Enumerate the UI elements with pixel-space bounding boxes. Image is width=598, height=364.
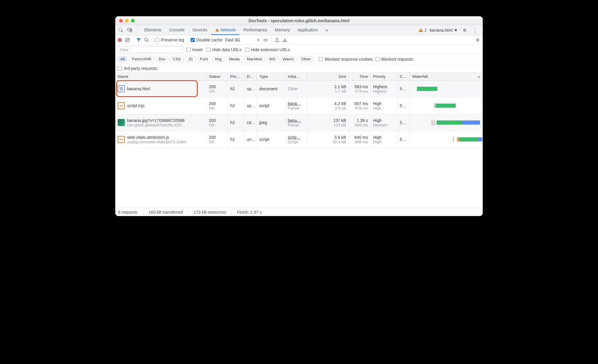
svg-rect-6 bbox=[420, 31, 421, 32]
cell-waterfall bbox=[410, 114, 483, 131]
kebab-menu-icon[interactable]: ⋮ bbox=[471, 26, 479, 34]
inspect-icon[interactable] bbox=[117, 26, 125, 34]
request-row[interactable]: banana.jpg?v=1705668720588cdn.glitch.glo… bbox=[115, 114, 483, 131]
cell-type: document bbox=[257, 80, 285, 97]
context-label: banana.html bbox=[430, 28, 453, 33]
type-pill-doc[interactable]: Doc bbox=[156, 56, 168, 62]
cell-initiator: bana…Parser bbox=[285, 97, 307, 114]
minimize-icon[interactable] bbox=[125, 19, 129, 22]
cell-connection: 5… bbox=[397, 97, 410, 114]
cell-connection: 5… bbox=[397, 80, 410, 97]
network-settings-icon[interactable] bbox=[475, 37, 480, 43]
search-icon[interactable] bbox=[144, 38, 149, 42]
cell-name: banana.html bbox=[115, 80, 207, 97]
cell-type: script bbox=[257, 97, 285, 114]
cell-protocol: h2 bbox=[228, 114, 244, 131]
cell-time: 640 ms606 ms bbox=[349, 131, 371, 148]
target-context[interactable]: banana.html ▼ bbox=[430, 28, 458, 33]
type-filter-row: AllFetch/XHRDocCSSJSFontImgMediaManifest… bbox=[115, 54, 483, 64]
close-icon[interactable] bbox=[119, 19, 123, 22]
type-pill-css[interactable]: CSS bbox=[170, 56, 184, 62]
preserve-log-label: Preserve log bbox=[161, 38, 184, 42]
throttling-select[interactable]: Fast 3G ▼ bbox=[226, 38, 260, 42]
record-button[interactable] bbox=[118, 38, 122, 42]
type-pill-fetchxhr[interactable]: Fetch/XHR bbox=[129, 56, 154, 62]
settings-icon[interactable] bbox=[461, 26, 469, 34]
type-pill-manifest[interactable]: Manifest bbox=[244, 56, 265, 62]
import-har-icon[interactable] bbox=[282, 38, 287, 42]
col-status[interactable]: Status bbox=[207, 73, 228, 80]
type-pill-other[interactable]: Other bbox=[298, 56, 314, 62]
cell-status: 200OK bbox=[207, 97, 228, 114]
col-size[interactable]: Size bbox=[307, 73, 349, 80]
col-name[interactable]: Name bbox=[115, 73, 207, 80]
col-waterfall[interactable]: Waterfall▲ bbox=[410, 73, 483, 80]
request-row[interactable]: <>web-vitals.attribution.jsunpkg.com/web… bbox=[115, 131, 483, 148]
script-icon: <> bbox=[118, 136, 125, 143]
tab-network[interactable]: Network bbox=[211, 25, 239, 35]
tab-sources[interactable]: Sources bbox=[188, 25, 211, 35]
svg-rect-1 bbox=[128, 28, 131, 31]
warning-icon bbox=[418, 28, 423, 33]
cell-size: 2.1 kB1.7 kB bbox=[307, 80, 349, 97]
document-icon bbox=[118, 85, 125, 92]
type-pill-media[interactable]: Media bbox=[226, 56, 242, 62]
blocked-cookies-checkbox[interactable]: Blocked response cookies bbox=[319, 57, 373, 62]
preserve-log-checkbox[interactable]: Preserve log bbox=[155, 38, 184, 42]
svg-line-9 bbox=[126, 38, 129, 41]
request-row[interactable]: <>script.mjs200OKh2sp…scriptbana…Parser4… bbox=[115, 97, 483, 114]
cell-connection: 5… bbox=[397, 114, 410, 131]
col-protocol[interactable]: Pro… bbox=[228, 73, 244, 80]
tab-memory[interactable]: Memory bbox=[271, 25, 294, 35]
filter-toggle-icon[interactable] bbox=[136, 38, 141, 42]
type-pill-wasm[interactable]: Wasm bbox=[280, 56, 297, 62]
type-pill-js[interactable]: JS bbox=[186, 56, 196, 62]
warnings-badge[interactable]: 2 bbox=[418, 28, 427, 33]
type-pill-ws[interactable]: WS bbox=[266, 56, 278, 62]
throttling-label: Fast 3G bbox=[226, 38, 240, 42]
tab-console[interactable]: Console bbox=[165, 25, 188, 35]
filter-input[interactable] bbox=[118, 46, 183, 53]
cell-status: 200OK bbox=[207, 131, 228, 148]
cell-size: 137 kB137 kB bbox=[307, 114, 349, 131]
col-initiator[interactable]: Initia… bbox=[285, 73, 307, 80]
third-party-checkbox[interactable]: 3rd-party requests bbox=[118, 66, 157, 71]
chevron-down-icon: ▼ bbox=[257, 38, 260, 42]
type-pill-img[interactable]: Img bbox=[212, 56, 225, 62]
zoom-icon[interactable] bbox=[131, 19, 135, 22]
invert-checkbox[interactable]: Invert bbox=[186, 47, 203, 52]
col-connection[interactable]: C… bbox=[397, 73, 410, 80]
clear-button[interactable] bbox=[125, 37, 130, 43]
export-har-icon[interactable] bbox=[275, 38, 279, 42]
window-title: DevTools - speculative-rules.glitch.me/b… bbox=[249, 18, 350, 23]
cell-name: <>script.mjs bbox=[115, 97, 207, 114]
blocked-req-label: Blocked requests bbox=[381, 57, 413, 62]
cell-priority: HighHigh bbox=[371, 97, 397, 114]
devtools-window: DevTools - speculative-rules.glitch.me/b… bbox=[115, 16, 483, 216]
cell-initiator: Other bbox=[285, 80, 307, 97]
cell-initiator: bana…Parser bbox=[285, 114, 307, 131]
tab-elements[interactable]: Elements bbox=[140, 25, 165, 35]
image-icon bbox=[118, 119, 125, 126]
type-pill-all[interactable]: All bbox=[118, 56, 127, 62]
network-conditions-icon[interactable] bbox=[263, 38, 268, 42]
cell-initiator: scrip…Script bbox=[285, 131, 307, 148]
cell-time: 583 ms574 ms bbox=[349, 80, 371, 97]
col-type[interactable]: Type bbox=[257, 73, 285, 80]
col-priority[interactable]: Priority bbox=[371, 73, 397, 80]
more-tabs-icon[interactable]: » bbox=[323, 26, 331, 34]
cell-priority: HighestHighest bbox=[371, 80, 397, 97]
blocked-requests-checkbox[interactable]: Blocked requests bbox=[375, 57, 413, 62]
hide-data-urls-checkbox[interactable]: Hide data URLs bbox=[206, 47, 242, 52]
blocked-cookies-label: Blocked response cookies bbox=[325, 57, 373, 62]
col-domain[interactable]: D… bbox=[244, 73, 257, 80]
tab-application[interactable]: Application bbox=[294, 25, 322, 35]
svg-rect-5 bbox=[420, 29, 421, 31]
device-toggle-icon[interactable] bbox=[126, 26, 134, 34]
hide-ext-urls-checkbox[interactable]: Hide extension URLs bbox=[245, 47, 290, 52]
col-time[interactable]: Time bbox=[349, 73, 371, 80]
tab-performance[interactable]: Performance bbox=[239, 25, 271, 35]
request-row[interactable]: banana.html200OKh2sp…documentOther2.1 kB… bbox=[115, 80, 483, 97]
disable-cache-checkbox[interactable]: Disable cache bbox=[191, 38, 223, 42]
type-pill-font[interactable]: Font bbox=[197, 56, 211, 62]
